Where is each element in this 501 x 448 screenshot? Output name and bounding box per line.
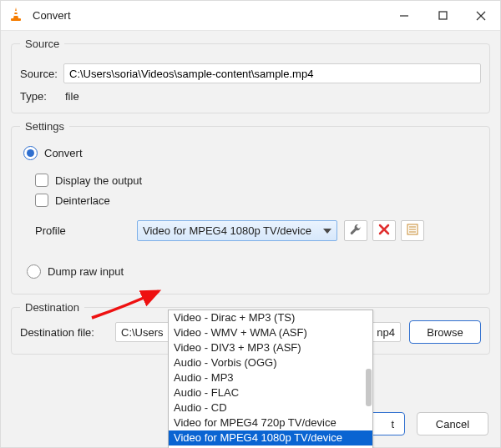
svg-rect-2 xyxy=(13,14,18,16)
maximize-button[interactable] xyxy=(423,1,462,31)
display-output-label: Display the output xyxy=(55,174,142,187)
destination-label: Destination file: xyxy=(20,326,107,339)
dump-raw-row[interactable]: Dump raw input xyxy=(27,264,481,279)
edit-profile-button[interactable] xyxy=(344,220,367,241)
list-icon xyxy=(407,224,418,238)
destination-value-right: np4 xyxy=(377,326,395,339)
deinterlace-checkbox[interactable] xyxy=(35,194,48,207)
settings-legend: Settings xyxy=(20,120,69,133)
profile-combobox[interactable]: Video for MPEG4 1080p TV/device xyxy=(137,220,337,241)
convert-radio[interactable] xyxy=(23,146,38,160)
source-row: Source: xyxy=(20,63,481,83)
vlc-cone-icon xyxy=(9,7,24,24)
svg-rect-5 xyxy=(439,12,447,19)
chevron-down-icon xyxy=(323,225,331,238)
type-label: Type: xyxy=(20,90,63,103)
settings-group: Settings Convert Display the output Dein… xyxy=(11,120,490,294)
wrench-icon xyxy=(349,223,362,239)
window-title: Convert xyxy=(33,9,385,22)
type-row: Type: file xyxy=(20,90,481,103)
x-red-icon xyxy=(378,224,390,238)
source-legend: Source xyxy=(20,38,64,50)
svg-rect-1 xyxy=(14,11,18,13)
type-value: file xyxy=(63,90,79,103)
profile-option[interactable]: Video - Dirac + MP3 (TS) xyxy=(169,310,372,325)
convert-radio-label: Convert xyxy=(44,147,83,159)
source-label: Source: xyxy=(20,68,63,80)
profile-select-wrap: Video for MPEG4 1080p TV/device xyxy=(137,220,337,241)
cancel-button[interactable]: Cancel xyxy=(417,412,488,435)
minimize-button[interactable] xyxy=(385,1,423,31)
deinterlace-label: Deinterlace xyxy=(55,194,110,207)
source-group: Source Source: Type: file xyxy=(11,38,490,113)
destination-legend: Destination xyxy=(20,301,84,314)
profile-option[interactable]: Video - DIV3 + MP3 (ASF) xyxy=(169,340,372,355)
svg-marker-8 xyxy=(323,229,331,234)
svg-rect-3 xyxy=(11,18,21,21)
delete-profile-button[interactable] xyxy=(372,220,396,241)
new-profile-button[interactable] xyxy=(401,220,424,241)
close-button[interactable] xyxy=(462,1,500,31)
profile-option[interactable]: Audio - CD xyxy=(169,400,372,415)
dialog-content: Source Source: Type: file Settings Conve… xyxy=(1,31,500,404)
profile-selected-text: Video for MPEG4 1080p TV/device xyxy=(143,224,311,237)
destination-value-left: C:\Users xyxy=(121,326,164,339)
dump-raw-radio[interactable] xyxy=(27,264,41,279)
browse-button[interactable]: Browse xyxy=(409,320,481,344)
profile-row: Profile Video for MPEG4 1080p TV/device xyxy=(35,220,481,241)
source-input[interactable] xyxy=(63,63,481,83)
profile-dropdown-list[interactable]: Video - Dirac + MP3 (TS)Video - WMV + WM… xyxy=(168,310,373,448)
display-output-checkbox[interactable] xyxy=(35,174,48,187)
profile-option[interactable]: Video for MPEG4 720p TV/device xyxy=(169,415,372,430)
profile-option[interactable]: Audio - FLAC xyxy=(169,385,372,400)
svg-marker-0 xyxy=(13,8,18,18)
convert-radio-row[interactable]: Convert xyxy=(23,146,481,160)
profile-option[interactable]: Video for MPEG4 1080p TV/device xyxy=(169,430,372,445)
profile-buttons xyxy=(344,220,424,241)
profile-option[interactable]: Audio - Vorbis (OGG) xyxy=(169,355,372,370)
profile-option[interactable]: Audio - MP3 xyxy=(169,370,372,385)
deinterlace-row[interactable]: Deinterlace xyxy=(35,194,481,207)
convert-dialog: Convert Source Source: Type: file Settin… xyxy=(0,0,501,448)
dump-raw-label: Dump raw input xyxy=(48,265,124,278)
display-output-row[interactable]: Display the output xyxy=(35,174,481,187)
titlebar[interactable]: Convert xyxy=(1,1,500,31)
profile-label: Profile xyxy=(35,224,137,237)
profile-option[interactable]: Video - WMV + WMA (ASF) xyxy=(169,325,372,340)
dropdown-scrollbar[interactable] xyxy=(366,369,372,406)
